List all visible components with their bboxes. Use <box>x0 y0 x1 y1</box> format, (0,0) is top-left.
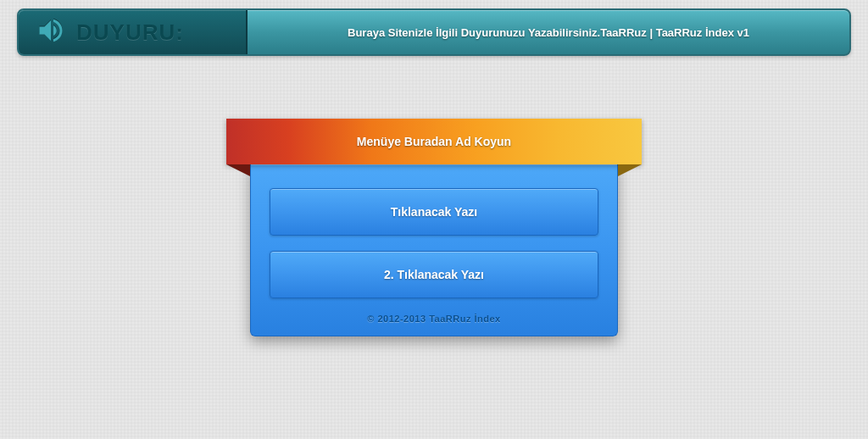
ribbon-fold-right <box>618 164 642 176</box>
ribbon-fold-left <box>226 164 250 176</box>
menu-ribbon: Menüye Buradan Ad Koyun <box>226 119 642 164</box>
menu-panel: Tıklanacak Yazı 2. Tıklanacak Yazı © 201… <box>250 164 618 336</box>
footer-copyright: © 2012-2013 TaaRRuz İndex <box>270 314 598 324</box>
announcement-label-box: Duyuru: <box>19 10 248 54</box>
menu-item-2[interactable]: 2. Tıklanacak Yazı <box>270 251 598 298</box>
announcement-title: Duyuru: <box>76 19 184 46</box>
speaker-icon <box>36 15 66 49</box>
menu-container: Menüye Buradan Ad Koyun Tıklanacak Yazı … <box>226 119 642 336</box>
announcement-text: Buraya Sitenizle İlgili Duyurunuzu Yazab… <box>248 10 849 54</box>
menu-title: Menüye Buradan Ad Koyun <box>357 135 511 148</box>
announcement-bar: Duyuru: Buraya Sitenizle İlgili Duyurunu… <box>17 8 851 56</box>
menu-item-1[interactable]: Tıklanacak Yazı <box>270 188 598 236</box>
